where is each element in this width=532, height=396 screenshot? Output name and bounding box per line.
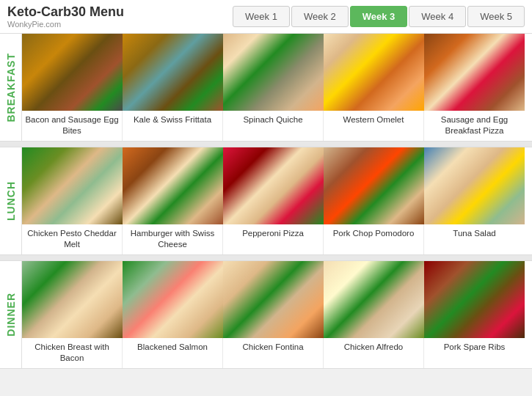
food-name: Chicken Alfredo (341, 338, 407, 353)
meal-items: Chicken Breast with BaconBlackened Salmo… (22, 261, 532, 368)
food-image (123, 147, 223, 224)
meal-item[interactable]: Chicken Fontina (223, 261, 324, 368)
meal-item[interactable]: Chicken Alfredo (324, 261, 424, 368)
meal-item[interactable]: Pepperoni Pizza (223, 147, 324, 254)
food-image-placeholder (22, 34, 123, 111)
food-image-placeholder (22, 147, 123, 224)
app-subtitle: WonkyPie.com (7, 20, 124, 29)
main-content: BreakfastBacon and Sausage Egg BitesKale… (0, 34, 532, 369)
meal-items: Bacon and Sausage Egg BitesKale & Swiss … (22, 34, 532, 141)
food-name: Pork Chop Pomodoro (330, 224, 418, 239)
food-name: Chicken Fontina (239, 338, 306, 353)
food-name: Pork Spare Ribs (441, 338, 509, 353)
week-tab-5[interactable]: Week 5 (467, 6, 525, 27)
week-tab-3[interactable]: Week 3 (350, 6, 408, 27)
meal-item[interactable]: Blackened Salmon (123, 261, 223, 368)
meal-row-dinner: DinnerChicken Breast with BaconBlackened… (0, 261, 532, 369)
food-name: Pepperoni Pizza (239, 224, 307, 239)
food-name: Hamburger with Swiss Cheese (123, 224, 222, 250)
food-image-placeholder (123, 34, 223, 111)
food-image-placeholder (424, 147, 525, 224)
food-image-placeholder (424, 261, 525, 338)
week-tab-1[interactable]: Week 1 (233, 6, 290, 27)
food-image (324, 261, 424, 338)
meal-item[interactable]: Pork Spare Ribs (424, 261, 525, 368)
food-name: Bacon and Sausage Egg Bites (22, 111, 122, 136)
food-name: Spinach Quiche (240, 111, 305, 125)
week-tab-2[interactable]: Week 2 (291, 6, 349, 27)
meal-separator (0, 142, 532, 147)
food-image-placeholder (424, 34, 525, 111)
food-image (223, 147, 324, 224)
meal-label: Dinner (5, 293, 17, 337)
meal-label-container: Dinner (0, 261, 22, 368)
meal-row-lunch: LunchChicken Pesto Cheddar MeltHamburger… (0, 147, 532, 255)
food-image (22, 34, 123, 111)
food-name: Blackened Salmon (134, 338, 211, 353)
food-image-placeholder (223, 147, 324, 224)
food-image (123, 261, 223, 338)
meal-item[interactable]: Kale & Swiss Frittata (123, 34, 223, 141)
meal-label: Breakfast (5, 53, 17, 122)
food-name: Western Omelet (340, 111, 407, 125)
food-image (123, 34, 223, 111)
meal-item[interactable]: Western Omelet (324, 34, 424, 141)
meal-label-container: Breakfast (0, 34, 22, 141)
app-title: Keto-Carb30 Menu (7, 4, 124, 20)
food-image (424, 34, 525, 111)
food-image (424, 147, 525, 224)
meal-items: Chicken Pesto Cheddar MeltHamburger with… (22, 147, 532, 254)
food-image-placeholder (223, 261, 324, 338)
header-left: Keto-Carb30 Menu WonkyPie.com (7, 4, 124, 29)
app-container: Keto-Carb30 Menu WonkyPie.com Week 1Week… (0, 0, 532, 369)
food-image-placeholder (123, 147, 223, 224)
food-image-placeholder (324, 147, 424, 224)
week-tabs: Week 1Week 2Week 3Week 4Week 5 (233, 6, 525, 27)
food-image-placeholder (22, 261, 123, 338)
header: Keto-Carb30 Menu WonkyPie.com Week 1Week… (0, 0, 532, 34)
food-image (22, 147, 123, 224)
food-image (223, 34, 324, 111)
food-image (324, 34, 424, 111)
food-image (22, 261, 123, 338)
meal-label-container: Lunch (0, 147, 22, 254)
meal-item[interactable]: Tuna Salad (424, 147, 525, 254)
food-image-placeholder (324, 261, 424, 338)
food-image-placeholder (123, 261, 223, 338)
meal-item[interactable]: Chicken Pesto Cheddar Melt (22, 147, 123, 254)
food-image (324, 147, 424, 224)
meal-item[interactable]: Chicken Breast with Bacon (22, 261, 123, 368)
food-image-placeholder (324, 34, 424, 111)
meal-row-breakfast: BreakfastBacon and Sausage Egg BitesKale… (0, 34, 532, 142)
food-name: Kale & Swiss Frittata (131, 111, 214, 125)
meal-label: Lunch (5, 181, 17, 221)
week-tab-4[interactable]: Week 4 (409, 6, 466, 27)
meal-item[interactable]: Bacon and Sausage Egg Bites (22, 34, 123, 141)
food-image (424, 261, 525, 338)
food-image-placeholder (223, 34, 324, 111)
meal-item[interactable]: Sausage and Egg Breakfast Pizza (424, 34, 525, 141)
meal-item[interactable]: Hamburger with Swiss Cheese (123, 147, 223, 254)
meal-item[interactable]: Pork Chop Pomodoro (324, 147, 424, 254)
food-name: Sausage and Egg Breakfast Pizza (424, 111, 525, 136)
food-image (223, 261, 324, 338)
food-name: Chicken Breast with Bacon (22, 338, 122, 364)
food-name: Tuna Salad (450, 224, 498, 239)
meal-separator (0, 255, 532, 261)
meal-item[interactable]: Spinach Quiche (223, 34, 324, 141)
food-name: Chicken Pesto Cheddar Melt (22, 224, 122, 250)
